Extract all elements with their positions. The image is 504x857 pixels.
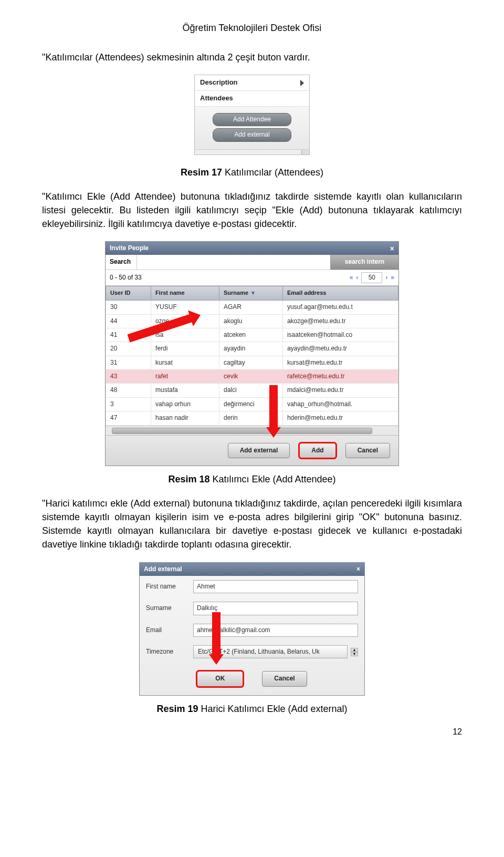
caption-label: Resim 17 [181,167,222,178]
attendees-panel: Description Attendees Add Attendee Add e… [194,75,310,154]
add-external-button[interactable]: Add external [228,443,290,458]
cancel-button[interactable]: Cancel [345,443,390,458]
figure-19: Add external × First name Ahmet Surname … [42,562,462,716]
caption-text: Katılımcılar (Attendees) [222,167,323,178]
paragraph-1: "Katılımcılar (Attendees) sekmesinin alt… [42,50,462,64]
paragraph-3: "Harici katılımcı ekle (Add external) bu… [42,497,462,551]
search-bar: Search search intern [106,255,398,270]
ok-button[interactable]: OK [197,671,243,686]
add-attendee-button[interactable]: Add Attendee [213,113,291,126]
table-cell: ferdi [151,342,219,356]
form-row-email: Email ahmet.dalkilic@gmail.com [140,619,364,641]
add-external-dialog: Add external × First name Ahmet Surname … [139,562,365,696]
table-row[interactable]: 20ferdiayaydinayaydin@metu.edu.tr [106,342,398,356]
search-label: Search [106,255,137,269]
table-cell: kursat@metu.edu.tr [282,356,398,369]
dialog-title: Invite People [110,244,149,253]
pager-next-icon[interactable]: › [385,273,387,282]
table-row[interactable]: 3vahap orhundeğirmencivahap_orhun@hotmai… [106,397,398,411]
table-cell: rafet [151,370,219,384]
table-cell: ayaydin@metu.edu.tr [282,342,398,356]
form-row-first-name: First name Ahmet [140,576,364,597]
caption-text: Harici Katılımcı Ekle (Add external) [198,704,347,714]
email-label: Email [146,626,193,635]
search-input[interactable] [137,255,330,269]
table-cell: mustafa [151,384,219,397]
spinner-icon[interactable]: ▲▼ [351,648,358,656]
col-surname[interactable]: Surname▼ [219,286,282,301]
table-cell: 43 [106,370,151,384]
chevron-right-icon [300,80,304,86]
figure-18: Invite People × Search search intern 0 -… [42,241,462,486]
accordion-row-attendees[interactable]: Attendees [195,90,309,106]
table-cell: 30 [106,301,151,314]
page-size-input[interactable]: 50 [361,272,382,283]
table-cell: 3 [106,397,151,411]
close-icon[interactable]: × [356,565,360,574]
table-cell: yusuf.agar@metu.edu.t [282,301,398,314]
table-cell: cevik [219,370,282,384]
col-first-name[interactable]: First name [151,286,219,301]
dialog-title: Add external [144,565,182,574]
caption-text: Katılımcı Ekle (Add Attendee) [209,474,335,484]
col-user-id[interactable]: User ID [106,286,151,301]
paragraph-2: "Katılımcı Ekle (Add Attendee) butonuna … [42,190,462,231]
search-intern-button[interactable]: search intern [330,255,398,269]
accordion-row-description[interactable]: Description [195,75,309,90]
dialog-actions: Add external Add Cancel [106,435,398,466]
table-cell: akozge@metu.edu.tr [282,314,398,328]
document-header: Öğretim Teknolojileri Destek Ofisi [42,21,462,35]
table-cell: atceken [219,328,282,342]
pager-first-icon[interactable]: « [350,273,353,282]
table-cell: 48 [106,384,151,397]
table-cell: vahap_orhun@hotmail. [282,397,398,411]
close-icon[interactable]: × [390,245,394,252]
table-row[interactable]: 43rafetcevikrafetce@metu.edu.tr [106,370,398,384]
table-cell: ayaydin [219,342,282,356]
caption-label: Resim 18 [168,474,209,484]
table-cell: 31 [106,356,151,369]
surname-label: Surname [146,604,193,613]
caption-17: Resim 17 Katılımcılar (Attendees) [42,166,462,179]
table-cell: 20 [106,342,151,356]
form-row-timezone: Timezone Etc/GMT+2 (Finland, Lithuania, … [140,641,364,663]
table-cell: rafetce@metu.edu.tr [282,370,398,384]
table-row[interactable]: 31kursatcagiltaykursat@metu.edu.tr [106,356,398,369]
add-button[interactable]: Add [299,443,335,458]
first-name-label: First name [146,582,193,591]
accordion-label: Attendees [200,94,233,104]
caption-18: Resim 18 Katılımcı Ekle (Add Attendee) [42,472,462,486]
add-external-button[interactable]: Add external [213,128,291,141]
figure-17: Description Attendees Add Attendee Add e… [42,75,462,154]
table-cell: hderin@metu.edu.tr [282,411,398,425]
table-cell: 47 [106,411,151,425]
timezone-label: Timezone [146,647,193,656]
table-cell: cagiltay [219,356,282,369]
table-header-row: User ID First name Surname▼ Email addres… [106,286,398,301]
dialog-actions: OK Cancel [140,663,364,694]
horizontal-scrollbar[interactable] [106,426,398,435]
sort-asc-icon: ▼ [250,290,256,296]
pager: 0 - 50 of 33 « ‹ 50 › » [106,270,398,286]
first-name-input[interactable]: Ahmet [193,580,358,593]
table-row[interactable]: 48mustafadalcimdalci@metu.edu.tr [106,384,398,397]
table-row[interactable]: 47hasan nadirderinhderin@metu.edu.tr [106,411,398,425]
table-cell: akoglu [219,314,282,328]
invite-people-dialog: Invite People × Search search intern 0 -… [105,241,399,466]
col-email[interactable]: Email address [282,286,398,301]
table-row[interactable]: 44ozgeakogluakozge@metu.edu.tr [106,314,398,328]
pager-prev-icon[interactable]: ‹ [356,273,358,282]
pager-last-icon[interactable]: » [391,273,394,282]
attendee-table: User ID First name Surname▼ Email addres… [106,286,398,425]
cancel-button[interactable]: Cancel [262,671,307,686]
table-cell: YUSUF [151,301,219,314]
annotation-arrow-down-icon [266,385,281,438]
table-cell: 44 [106,314,151,328]
accordion-label: Description [200,78,238,88]
caption-19: Resim 19 Harici Katılımcı Ekle (Add exte… [42,702,462,716]
accordion-body: Add Attendee Add external [195,106,309,149]
table-row[interactable]: 30YUSUFAGARyusuf.agar@metu.edu.t [106,301,398,314]
scrollbar[interactable] [195,149,309,154]
dialog-titlebar: Add external × [140,563,364,576]
table-cell: kursat [151,356,219,369]
